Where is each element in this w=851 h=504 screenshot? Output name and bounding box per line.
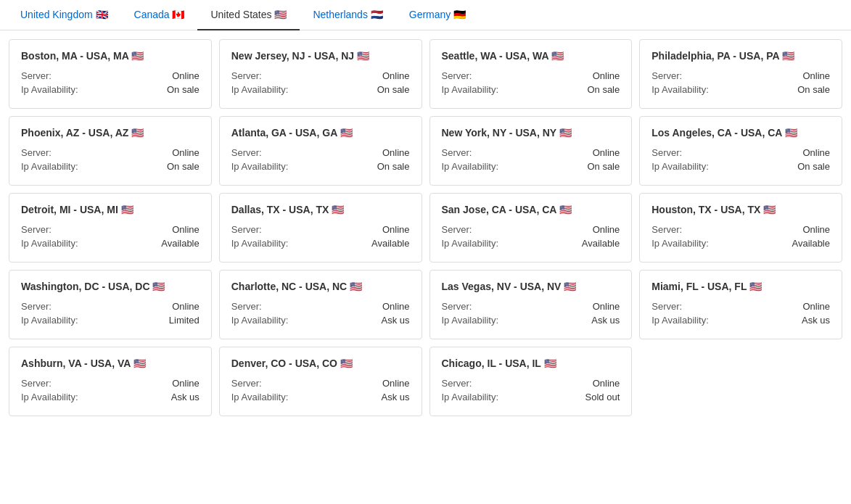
server-value: Online bbox=[593, 70, 620, 81]
ip-availability-row: Ip Availability:On sale bbox=[231, 161, 410, 172]
ip-availability-label: Ip Availability: bbox=[21, 392, 78, 402]
server-card-6: New York, NY - USA, NY 🇺🇸Server:OnlineIp… bbox=[429, 116, 633, 186]
server-value: Online bbox=[593, 378, 620, 389]
server-label: Server: bbox=[651, 224, 682, 235]
server-row: Server:Online bbox=[21, 224, 200, 235]
server-value: Online bbox=[802, 147, 830, 158]
ip-availability-value: Sold out bbox=[585, 392, 620, 402]
tab-ca[interactable]: Canada 🇨🇦 bbox=[121, 0, 198, 30]
server-card-17: Denver, CO - USA, CO 🇺🇸Server:OnlineIp A… bbox=[219, 347, 422, 416]
server-value: Online bbox=[172, 224, 200, 235]
ip-availability-label: Ip Availability: bbox=[651, 161, 709, 172]
ip-availability-value: Available bbox=[792, 238, 830, 249]
ip-availability-value: Ask us bbox=[381, 315, 409, 326]
tab-nl[interactable]: Netherlands 🇳🇱 bbox=[300, 0, 395, 30]
card-title: Washington, DC - USA, DC 🇺🇸 bbox=[21, 281, 200, 292]
server-label: Server: bbox=[231, 378, 262, 389]
card-title: San Jose, CA - USA, CA 🇺🇸 bbox=[442, 204, 620, 215]
ip-availability-label: Ip Availability: bbox=[442, 238, 499, 249]
server-row: Server:Online bbox=[21, 378, 200, 389]
server-card-14: Las Vegas, NV - USA, NV 🇺🇸Server:OnlineI… bbox=[429, 270, 633, 339]
server-value: Online bbox=[593, 224, 620, 235]
server-row: Server:Online bbox=[231, 147, 410, 158]
server-value: Online bbox=[802, 70, 830, 81]
server-row: Server:Online bbox=[231, 378, 410, 389]
card-title: New Jersey, NJ - USA, NJ 🇺🇸 bbox=[231, 50, 410, 62]
server-row: Server:Online bbox=[442, 301, 620, 312]
server-value: Online bbox=[382, 378, 410, 389]
card-title: Denver, CO - USA, CO 🇺🇸 bbox=[231, 358, 410, 369]
server-card-3: Philadelphia, PA - USA, PA 🇺🇸Server:Onli… bbox=[639, 39, 842, 109]
ip-availability-row: Ip Availability:On sale bbox=[21, 84, 200, 95]
server-label: Server: bbox=[21, 378, 52, 389]
server-label: Server: bbox=[231, 224, 262, 235]
card-title: Philadelphia, PA - USA, PA 🇺🇸 bbox=[651, 50, 830, 62]
server-value: Online bbox=[382, 147, 410, 158]
ip-availability-row: Ip Availability:Ask us bbox=[651, 315, 830, 326]
server-row: Server:Online bbox=[231, 70, 410, 81]
server-card-12: Washington, DC - USA, DC 🇺🇸Server:Online… bbox=[9, 270, 212, 339]
server-card-0: Boston, MA - USA, MA 🇺🇸Server:OnlineIp A… bbox=[9, 39, 212, 109]
ip-availability-row: Ip Availability:On sale bbox=[442, 84, 620, 95]
ip-availability-label: Ip Availability: bbox=[442, 161, 499, 172]
tab-us[interactable]: United States 🇺🇸 bbox=[197, 0, 300, 30]
server-value: Online bbox=[382, 70, 410, 81]
card-title: Los Angeles, CA - USA, CA 🇺🇸 bbox=[651, 127, 830, 139]
server-value: Online bbox=[802, 224, 830, 235]
server-row: Server:Online bbox=[651, 224, 830, 235]
card-title: Miami, FL - USA, FL 🇺🇸 bbox=[651, 281, 830, 292]
ip-availability-label: Ip Availability: bbox=[442, 84, 499, 95]
server-value: Online bbox=[802, 301, 830, 312]
ip-availability-label: Ip Availability: bbox=[231, 392, 289, 402]
card-title: Chicago, IL - USA, IL 🇺🇸 bbox=[442, 358, 620, 369]
ip-availability-row: Ip Availability:On sale bbox=[651, 161, 830, 172]
card-title: Atlanta, GA - USA, GA 🇺🇸 bbox=[231, 127, 410, 139]
ip-availability-row: Ip Availability:Available bbox=[21, 238, 200, 249]
server-card-4: Phoenix, AZ - USA, AZ 🇺🇸Server:OnlineIp … bbox=[9, 116, 212, 186]
server-card-18: Chicago, IL - USA, IL 🇺🇸Server:OnlineIp … bbox=[429, 347, 633, 416]
server-row: Server:Online bbox=[442, 70, 620, 81]
server-label: Server: bbox=[231, 301, 262, 312]
tab-de[interactable]: Germany 🇩🇪 bbox=[396, 0, 479, 30]
server-value: Online bbox=[593, 301, 620, 312]
server-value: Online bbox=[172, 301, 200, 312]
ip-availability-value: On sale bbox=[167, 84, 200, 95]
server-row: Server:Online bbox=[21, 70, 200, 81]
ip-availability-value: Available bbox=[161, 238, 200, 249]
server-card-15: Miami, FL - USA, FL 🇺🇸Server:OnlineIp Av… bbox=[639, 270, 842, 339]
ip-availability-value: On sale bbox=[377, 84, 410, 95]
server-label: Server: bbox=[651, 301, 682, 312]
ip-availability-label: Ip Availability: bbox=[442, 315, 499, 326]
server-card-9: Dallas, TX - USA, TX 🇺🇸Server:OnlineIp A… bbox=[219, 193, 422, 263]
ip-availability-value: Ask us bbox=[591, 315, 620, 326]
ip-availability-label: Ip Availability: bbox=[21, 238, 78, 249]
server-card-10: San Jose, CA - USA, CA 🇺🇸Server:OnlineIp… bbox=[429, 193, 633, 263]
ip-availability-row: Ip Availability:On sale bbox=[651, 84, 830, 95]
server-card-7: Los Angeles, CA - USA, CA 🇺🇸Server:Onlin… bbox=[639, 116, 842, 186]
ip-availability-value: On sale bbox=[587, 84, 620, 95]
server-row: Server:Online bbox=[651, 147, 830, 158]
card-title: Dallas, TX - USA, TX 🇺🇸 bbox=[231, 204, 410, 215]
server-label: Server: bbox=[21, 147, 52, 158]
tab-bar: United Kingdom 🇬🇧Canada 🇨🇦United States … bbox=[0, 0, 851, 30]
ip-availability-value: Available bbox=[371, 238, 410, 249]
server-label: Server: bbox=[231, 70, 262, 81]
ip-availability-value: On sale bbox=[587, 161, 620, 172]
server-card-8: Detroit, MI - USA, MI 🇺🇸Server:OnlineIp … bbox=[9, 193, 212, 263]
server-value: Online bbox=[382, 301, 410, 312]
ip-availability-row: Ip Availability:Available bbox=[442, 238, 620, 249]
ip-availability-value: Limited bbox=[169, 315, 200, 326]
ip-availability-label: Ip Availability: bbox=[231, 84, 289, 95]
server-row: Server:Online bbox=[21, 301, 200, 312]
card-title: Seattle, WA - USA, WA 🇺🇸 bbox=[442, 50, 620, 62]
server-label: Server: bbox=[442, 147, 472, 158]
server-row: Server:Online bbox=[651, 70, 830, 81]
ip-availability-row: Ip Availability:On sale bbox=[442, 161, 620, 172]
server-grid: Boston, MA - USA, MA 🇺🇸Server:OnlineIp A… bbox=[0, 30, 851, 425]
ip-availability-label: Ip Availability: bbox=[231, 161, 289, 172]
card-title: Houston, TX - USA, TX 🇺🇸 bbox=[651, 204, 830, 215]
card-title: New York, NY - USA, NY 🇺🇸 bbox=[442, 127, 620, 139]
ip-availability-value: Ask us bbox=[171, 392, 200, 402]
tab-uk[interactable]: United Kingdom 🇬🇧 bbox=[7, 0, 121, 30]
server-row: Server:Online bbox=[21, 147, 200, 158]
